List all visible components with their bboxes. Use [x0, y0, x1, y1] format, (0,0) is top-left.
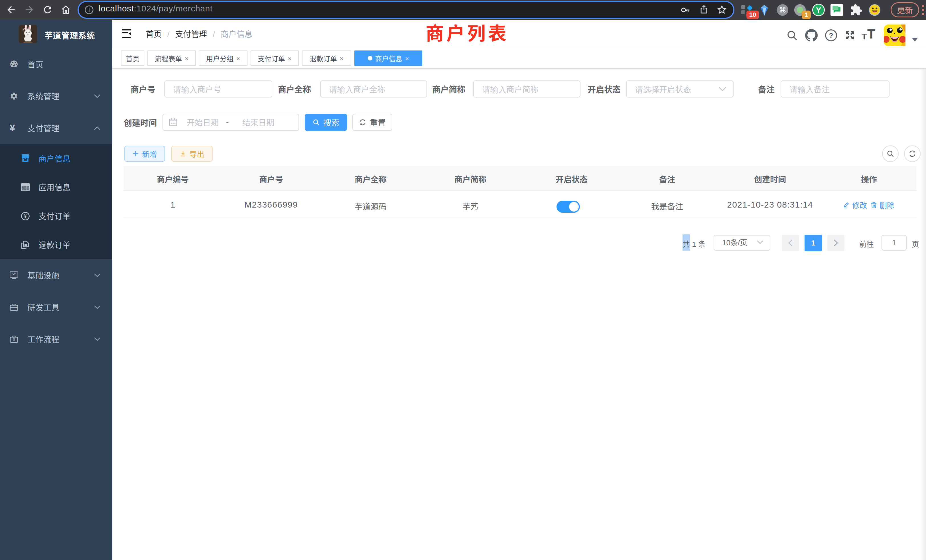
svg-text:⌘: ⌘	[779, 6, 786, 14]
svg-text:Y: Y	[816, 6, 821, 15]
svg-text:?: ?	[829, 32, 833, 39]
svg-text:¥: ¥	[24, 213, 27, 219]
